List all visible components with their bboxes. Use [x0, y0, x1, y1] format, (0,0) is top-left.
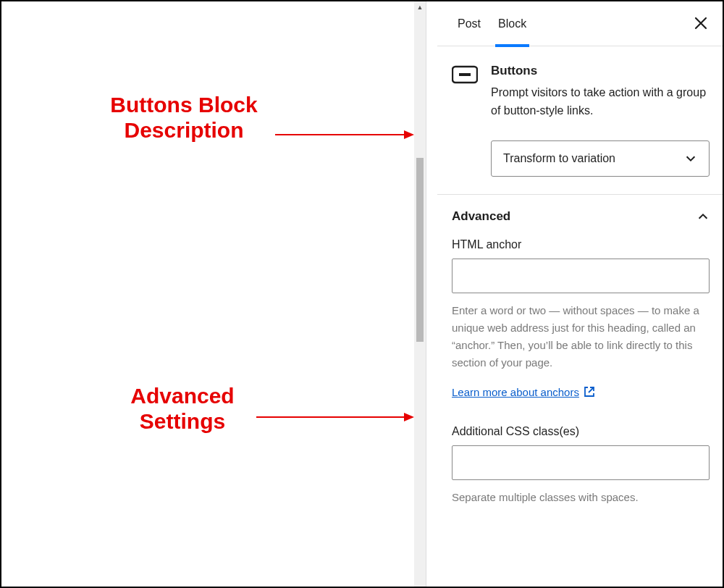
transform-variation-select[interactable]: Transform to variation	[491, 140, 710, 177]
transform-variation-label: Transform to variation	[503, 152, 615, 165]
block-card-header: Buttons Prompt visitors to take action w…	[452, 64, 710, 120]
block-description: Prompt visitors to take action with a gr…	[491, 84, 710, 120]
scroll-up-arrow-icon[interactable]: ▲	[414, 1, 426, 13]
close-sidebar-button[interactable]	[692, 14, 710, 32]
settings-sidebar: Post Block Buttons Prompt visitors to ta…	[437, 1, 724, 587]
close-icon	[694, 16, 708, 30]
scrollbar-thumb[interactable]	[416, 158, 424, 342]
block-card: Buttons Prompt visitors to take action w…	[437, 46, 724, 195]
advanced-panel-toggle[interactable]: Advanced	[437, 195, 724, 238]
css-classes-help: Separate multiple classes with spaces.	[452, 489, 710, 506]
css-classes-label: Additional CSS class(es)	[452, 425, 710, 438]
learn-more-anchors-link[interactable]: Learn more about anchors	[452, 386, 595, 398]
block-card-text: Buttons Prompt visitors to take action w…	[491, 64, 710, 120]
sidebar-divider	[426, 1, 437, 587]
sidebar-tabs: Post Block	[437, 1, 724, 46]
learn-more-anchors-text: Learn more about anchors	[452, 386, 579, 398]
html-anchor-input[interactable]	[452, 259, 710, 293]
vertical-scrollbar[interactable]: ▲	[414, 1, 426, 587]
chevron-down-icon	[684, 152, 697, 165]
css-classes-field: Additional CSS class(es) Separate multip…	[452, 425, 710, 506]
tab-block[interactable]: Block	[489, 1, 535, 46]
chevron-up-icon	[696, 210, 710, 223]
tab-post[interactable]: Post	[449, 1, 489, 46]
advanced-panel-body: HTML anchor Enter a word or two — withou…	[437, 238, 724, 521]
html-anchor-help: Enter a word or two — without spaces — t…	[452, 302, 710, 371]
css-classes-input[interactable]	[452, 445, 710, 480]
external-link-icon	[584, 386, 595, 398]
svg-rect-1	[459, 73, 471, 76]
advanced-panel: Advanced HTML anchor Enter a word or two…	[437, 195, 724, 521]
block-title: Buttons	[491, 64, 710, 78]
app-frame: ▲ Post Block Buttons Prompt visitors to …	[0, 0, 724, 588]
html-anchor-label: HTML anchor	[452, 238, 710, 251]
buttons-block-icon	[452, 65, 478, 84]
advanced-heading: Advanced	[452, 209, 510, 224]
editor-canvas	[1, 1, 414, 587]
